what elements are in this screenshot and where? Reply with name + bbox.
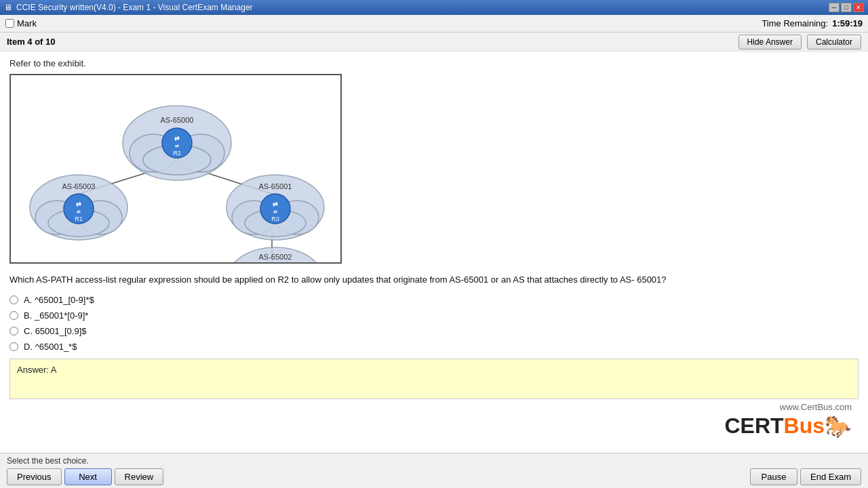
svg-text:AS-65001: AS-65001 xyxy=(259,182,292,190)
option-d[interactable]: D. ^65001_*$ xyxy=(9,342,859,352)
option-c-label[interactable]: C. 65001_[0.9]$ xyxy=(24,326,87,336)
option-a[interactable]: A. ^65001_[0-9]*$ xyxy=(9,295,859,305)
option-a-prefix: A. xyxy=(24,295,35,305)
certbus-logo: www.CertBus.com CERT Bus 🐎 xyxy=(9,399,859,442)
mark-bar: Mark Time Remaining: 1:59:19 xyxy=(0,15,868,33)
review-button[interactable]: Review xyxy=(115,468,164,485)
header-right: Hide Answer Calculator xyxy=(738,35,861,49)
option-c-prefix: C. xyxy=(24,326,35,336)
timer-value: 1:59:19 xyxy=(832,18,863,28)
footer: Select the best choice. Previous Next Re… xyxy=(0,453,868,488)
option-b-text: _65001*[0-9]* xyxy=(35,310,89,321)
option-a-label[interactable]: A. ^65001_[0-9]*$ xyxy=(24,295,94,305)
cloud-r1: AS-65003 ⇄ ⇄ R1 xyxy=(30,175,127,240)
option-b-label[interactable]: B. _65001*[0-9]* xyxy=(24,310,88,321)
option-d-prefix: D. xyxy=(24,342,35,352)
cloud-r3: AS-65001 ⇄ ⇄ R3 xyxy=(226,175,324,240)
radio-d[interactable] xyxy=(9,342,18,351)
previous-button[interactable]: Previous xyxy=(7,468,62,485)
radio-c[interactable] xyxy=(9,327,18,336)
next-button[interactable]: Next xyxy=(64,468,112,485)
refer-to-exhibit: Refer to the exhibit. xyxy=(9,58,859,68)
svg-text:R2: R2 xyxy=(173,150,181,157)
svg-text:AS-65003: AS-65003 xyxy=(62,182,96,190)
cloud-r2: AS-65000 ⇄ ⇄ R2 xyxy=(123,106,231,180)
answer-box: Answer: A xyxy=(9,359,859,399)
radio-b[interactable] xyxy=(9,311,18,320)
radio-a[interactable] xyxy=(9,296,18,304)
option-c-text: 65001_[0.9]$ xyxy=(35,326,87,336)
svg-text:⇄: ⇄ xyxy=(77,209,81,214)
close-button[interactable]: ✕ xyxy=(853,3,864,12)
footer-left-buttons: Previous Next Review xyxy=(7,468,163,485)
svg-text:⇄: ⇄ xyxy=(273,209,277,214)
svg-text:⇄: ⇄ xyxy=(273,201,278,207)
title-bar: 🖥 CCIE Security written(V4.0) - Exam 1 -… xyxy=(0,0,868,15)
calculator-button[interactable]: Calculator xyxy=(807,35,861,49)
mark-checkbox[interactable] xyxy=(5,19,14,28)
option-c[interactable]: C. 65001_[0.9]$ xyxy=(9,326,859,336)
minimize-button[interactable]: ─ xyxy=(829,3,840,12)
svg-text:R1: R1 xyxy=(75,216,83,222)
question-text: Which AS-PATH access-list regular expres… xyxy=(9,273,859,287)
certbus-url: www.CertBus.com xyxy=(724,402,852,412)
option-d-text: ^65001_*$ xyxy=(35,342,77,352)
option-a-text: ^65001_[0-9]*$ xyxy=(35,295,94,305)
svg-text:AS-65002: AS-65002 xyxy=(259,253,292,261)
footer-buttons: Previous Next Review Pause End Exam xyxy=(7,468,861,485)
end-exam-button[interactable]: End Exam xyxy=(800,468,861,485)
footer-right-buttons: Pause End Exam xyxy=(750,468,861,485)
certbus-name-cert: CERT xyxy=(724,413,783,439)
window-title: CCIE Security written(V4.0) - Exam 1 - V… xyxy=(16,3,253,12)
svg-text:⇄: ⇄ xyxy=(174,135,180,142)
pause-button[interactable]: Pause xyxy=(750,468,797,485)
mark-label: Mark xyxy=(17,18,37,28)
mark-checkbox-label[interactable]: Mark xyxy=(5,18,37,28)
timer-label: Time Remaining: xyxy=(762,18,828,28)
network-exhibit: AS-65000 ⇄ ⇄ R2 AS-65003 ⇄ ⇄ R1 xyxy=(9,74,342,264)
exam-header: Item 4 of 10 Hide Answer Calculator xyxy=(0,33,868,52)
option-b[interactable]: B. _65001*[0-9]* xyxy=(9,310,859,321)
main-content: Refer to the exhibit. AS-65000 ⇄ ⇄ R2 xyxy=(0,52,868,453)
item-label: Item 4 of 10 xyxy=(7,37,56,47)
certbus-icon: 🐎 xyxy=(825,413,852,439)
hide-answer-button[interactable]: Hide Answer xyxy=(738,35,802,49)
certbus-name-bus: Bus xyxy=(784,413,825,439)
cloud-r4: AS-65002 ⇄ ⇄ R4 xyxy=(228,247,323,264)
maximize-button[interactable]: □ xyxy=(841,3,852,12)
app-icon: 🖥 xyxy=(4,3,12,12)
network-diagram: AS-65000 ⇄ ⇄ R2 AS-65003 ⇄ ⇄ R1 xyxy=(11,75,342,264)
answer-options: A. ^65001_[0-9]*$ B. _65001*[0-9]* C. 65… xyxy=(9,295,859,352)
title-bar-controls[interactable]: ─ □ ✕ xyxy=(829,3,864,12)
svg-text:⇄: ⇄ xyxy=(76,201,81,207)
option-d-label[interactable]: D. ^65001_*$ xyxy=(24,342,77,352)
footer-hint: Select the best choice. xyxy=(7,456,861,466)
option-b-prefix: B. xyxy=(24,310,35,321)
svg-text:⇄: ⇄ xyxy=(175,144,179,148)
answer-text: Answer: A xyxy=(17,365,57,375)
title-bar-title: 🖥 CCIE Security written(V4.0) - Exam 1 -… xyxy=(4,3,253,12)
svg-text:R3: R3 xyxy=(271,216,279,222)
svg-text:AS-65000: AS-65000 xyxy=(161,116,194,124)
